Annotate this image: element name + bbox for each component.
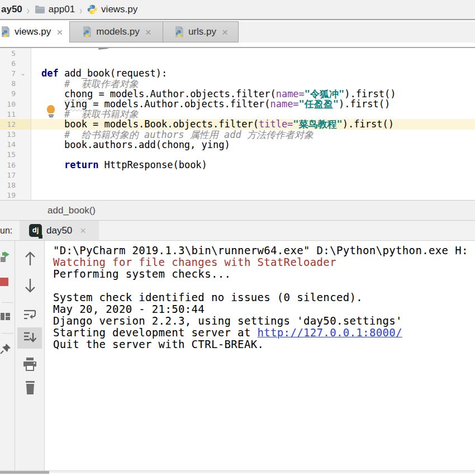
line-number: 9: [0, 89, 16, 98]
gutter: 11: [0, 109, 31, 119]
tab-label: models.py: [96, 26, 139, 37]
server-url-link[interactable]: http://127.0.0.1:8000/: [257, 326, 402, 339]
stop-icon[interactable]: [0, 278, 9, 289]
line-number: 5: [0, 49, 16, 58]
gutter: 13: [0, 130, 31, 140]
tab-label: urls.py: [188, 26, 216, 37]
line-number: 19: [0, 191, 16, 199]
code-text[interactable]: # 获取作者对象: [31, 79, 475, 89]
run-main-toolbar: [0, 241, 15, 473]
code-line-14[interactable]: 14 book.authors.add(chong, ying): [0, 140, 475, 150]
breadcrumb-label: ay50: [1, 4, 22, 15]
close-icon[interactable]: ×: [145, 27, 151, 37]
horizontal-scrollbar[interactable]: [0, 470, 475, 473]
gutter: 17: [0, 170, 31, 180]
python-icon: [87, 4, 98, 15]
line-number: 13: [0, 130, 16, 139]
line-number: 6: [0, 59, 16, 68]
code-line-16[interactable]: 16 return HttpResponse(book): [0, 160, 475, 170]
code-line-8[interactable]: 8 # 获取作者对象: [0, 79, 475, 89]
code-text[interactable]: [31, 150, 475, 160]
code-line-19[interactable]: 19: [0, 191, 475, 200]
console-line: Django version 2.2.3, using settings 'da…: [53, 315, 475, 327]
breadcrumb-item-app01[interactable]: app01: [34, 4, 75, 15]
code-line-7[interactable]: 7⌄def add_book(request):: [0, 68, 475, 78]
code-line-17[interactable]: 17: [0, 170, 475, 180]
breadcrumb-item-file[interactable]: views.py: [87, 4, 137, 15]
scrollbar-thumb[interactable]: [0, 471, 49, 474]
line-number: 11: [0, 110, 16, 118]
python-file-icon: [173, 26, 185, 38]
tab-label: views.py: [15, 26, 51, 37]
gutter: 6: [0, 58, 31, 68]
up-stacktrace-icon[interactable]: [23, 251, 37, 269]
code-line-6[interactable]: 6: [0, 58, 475, 68]
current-function-label[interactable]: add_book(): [48, 205, 96, 216]
run-console-panel: "D:\PyCharm 2019.1.3\bin\runnerw64.exe" …: [0, 240, 475, 473]
code-line-11[interactable]: 11 # 获取书籍对象: [0, 109, 475, 119]
code-text[interactable]: chong = models.Author.objects.filter(nam…: [31, 89, 475, 99]
fold-marker-icon[interactable]: ⌄: [16, 70, 30, 76]
console-line: May 20, 2020 - 21:50:44: [53, 303, 475, 315]
code-line-15[interactable]: 15: [0, 150, 475, 160]
run-tab-label: day50: [46, 225, 72, 236]
restore-layout-icon[interactable]: [0, 311, 11, 324]
toolbar-divider: [2, 333, 13, 334]
code-line-18[interactable]: 18: [0, 180, 475, 190]
console-line: "D:\PyCharm 2019.1.3\bin\runnerw64.exe" …: [53, 245, 475, 256]
gutter: 14: [0, 140, 31, 150]
clear-all-icon[interactable]: [24, 380, 36, 397]
close-icon[interactable]: ×: [80, 226, 86, 236]
code-text[interactable]: return HttpResponse(book): [31, 160, 475, 170]
django-icon: dj: [29, 224, 42, 237]
gutter: 16: [0, 160, 31, 170]
code-text[interactable]: book = models.Book.objects.filter(title=…: [31, 119, 475, 129]
console-line: Performing system checks...: [53, 268, 475, 280]
soft-wrap-icon[interactable]: [23, 308, 37, 323]
editor-tab-bar: views.py × models.py × urls.py ×: [0, 21, 475, 42]
line-number: 12: [0, 120, 16, 128]
code-line-13[interactable]: 13 # 给书籍对象的 authors 属性用 add 方法传作者对象: [0, 130, 475, 140]
scroll-to-end-icon[interactable]: [23, 331, 37, 347]
gutter: 18: [0, 180, 31, 190]
code-line-5[interactable]: 5: [0, 48, 475, 58]
code-line-9[interactable]: 9 chong = models.Author.objects.filter(n…: [0, 89, 475, 99]
gutter: 5: [0, 48, 31, 58]
console-line: Starting development server at http://12…: [53, 327, 475, 339]
console-line: Quit the server with CTRL-BREAK.: [53, 339, 475, 350]
rerun-icon[interactable]: [0, 251, 11, 264]
print-icon[interactable]: [23, 357, 37, 373]
code-text[interactable]: ying = models.Author.objects.filter(name…: [31, 99, 475, 109]
tab-urls-py[interactable]: urls.py ×: [163, 21, 239, 42]
run-tab-day50[interactable]: dj day50 ×: [20, 221, 99, 240]
console-toolbar: [15, 241, 45, 473]
code-text[interactable]: [31, 48, 475, 58]
code-text[interactable]: [31, 58, 475, 68]
tab-strip-gap: [0, 42, 475, 47]
line-number: 18: [0, 181, 16, 189]
line-number: 17: [0, 171, 16, 179]
structure-bar: add_book(): [0, 200, 475, 221]
code-editor[interactable]: 567⌄def add_book(request):8 # 获取作者对象9 ch…: [0, 48, 475, 200]
pin-tab-icon[interactable]: [0, 343, 11, 358]
intention-bulb-icon[interactable]: [47, 105, 55, 117]
close-icon[interactable]: ×: [222, 27, 228, 37]
line-number: 10: [0, 100, 16, 108]
code-text[interactable]: book.authors.add(chong, ying): [31, 140, 475, 150]
breadcrumb-item-project[interactable]: ay50: [1, 4, 22, 15]
run-toolwindow-header: un: dj day50 ×: [0, 221, 475, 240]
close-icon[interactable]: ×: [56, 27, 63, 37]
code-text[interactable]: # 获取书籍对象: [31, 109, 475, 119]
line-number: 15: [0, 150, 16, 159]
tab-models-py[interactable]: models.py ×: [69, 21, 163, 42]
code-line-10[interactable]: 10 ying = models.Author.objects.filter(n…: [0, 99, 475, 109]
code-text[interactable]: # 给书籍对象的 authors 属性用 add 方法传作者对象: [31, 130, 475, 140]
tab-views-py[interactable]: views.py ×: [0, 21, 70, 42]
code-line-12[interactable]: 12 book = models.Book.objects.filter(tit…: [0, 119, 475, 129]
pycharm-window: ay50 › app01 › views.py views.py ×: [0, 0, 475, 476]
down-stacktrace-icon[interactable]: [23, 278, 37, 296]
code-text[interactable]: [31, 180, 475, 190]
code-text[interactable]: [31, 170, 475, 180]
code-text[interactable]: def add_book(request):: [31, 68, 475, 78]
code-text[interactable]: [31, 191, 475, 200]
